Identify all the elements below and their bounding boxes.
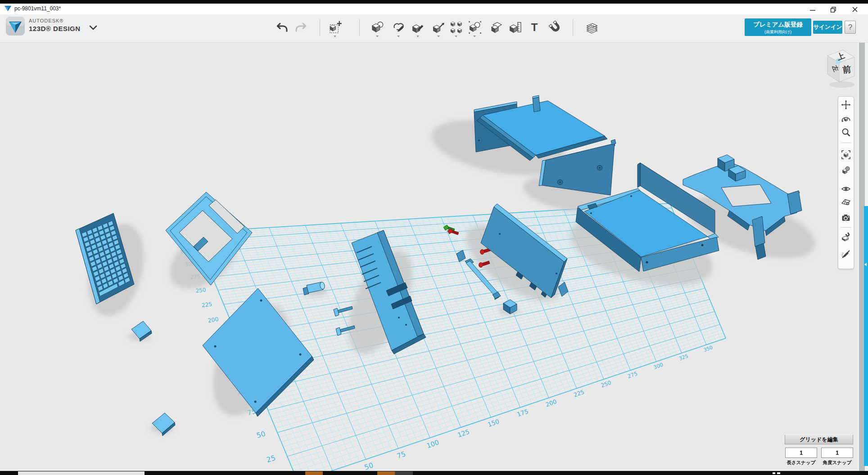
collapsed-panel-tab[interactable]: [864, 206, 868, 466]
dropdown-caret-icon: [334, 36, 336, 37]
view-cube-front-label: 前: [842, 64, 851, 75]
zoom-tool[interactable]: [841, 127, 851, 137]
transform-move-tool[interactable]: [329, 21, 342, 34]
signin-button[interactable]: サインイン: [813, 21, 842, 34]
material-appearance-tool[interactable]: [841, 166, 851, 175]
dropdown-caret-icon: [437, 36, 440, 37]
screenshot-tool[interactable]: [841, 213, 851, 223]
part-small-plate-b[interactable]: [152, 413, 175, 436]
minimize-button[interactable]: [806, 6, 819, 13]
pattern-tool[interactable]: [450, 21, 463, 34]
zoom-to-fit-tool[interactable]: [841, 150, 851, 160]
svg-text:225: 225: [201, 301, 212, 309]
measure-tool[interactable]: [509, 21, 522, 34]
close-icon[interactable]: [848, 6, 862, 13]
length-snap-input[interactable]: [785, 448, 817, 458]
length-snap-label: 長さスナップ: [785, 460, 817, 466]
svg-text:175: 175: [516, 408, 529, 418]
brand-autodesk: AUTODESK®: [29, 18, 81, 23]
premium-register-label: プレミアム版登録: [745, 21, 811, 29]
toolbar-separator: [359, 19, 360, 36]
taskbar: [0, 471, 868, 475]
toolbar-separator: [841, 143, 851, 143]
svg-text:250: 250: [600, 380, 612, 389]
premium-register-sublabel: (商業利用向け): [745, 29, 811, 35]
dropdown-caret-icon: [416, 36, 419, 37]
svg-text:250: 250: [195, 287, 206, 294]
orbit-tool[interactable]: [841, 114, 851, 124]
taskbar-item[interactable]: [18, 471, 145, 475]
3d-viewport[interactable]: 2550751001251501752002252502753003253502…: [0, 43, 858, 471]
svg-text:100: 100: [425, 438, 440, 449]
snap-to-object-tool[interactable]: [841, 232, 851, 242]
screen-top-edge: [0, 0, 868, 4]
toolbar-separator: [573, 19, 573, 36]
brand-text: AUTODESK® 123D® DESIGN: [29, 18, 81, 32]
hide-show-tool[interactable]: [841, 184, 851, 194]
snap-magnet-tool[interactable]: [549, 21, 562, 34]
svg-text:275: 275: [627, 370, 638, 380]
primitives-tool[interactable]: [371, 21, 384, 34]
material-tool[interactable]: [585, 21, 599, 34]
app-menu-chevron-icon[interactable]: [89, 24, 97, 31]
part-pcb-plate[interactable]: [457, 250, 466, 262]
svg-text:325: 325: [678, 353, 689, 362]
view-toolbar: [838, 96, 854, 269]
combine-tool[interactable]: [489, 21, 503, 34]
window-title: pc-9801vm11_003*: [14, 5, 61, 12]
dropdown-caret-icon: [455, 36, 457, 37]
taskbar-item[interactable]: [395, 471, 413, 475]
taskbar-indicator-mark: [777, 472, 780, 474]
svg-text:150: 150: [487, 417, 500, 428]
svg-text:25: 25: [265, 453, 276, 464]
taskbar-item[interactable]: [377, 471, 395, 475]
restore-button[interactable]: [827, 6, 840, 13]
main-toolbar: AUTODESK® 123D® DESIGN: [0, 14, 868, 43]
pan-tool[interactable]: [841, 100, 851, 110]
modify-tool[interactable]: [432, 21, 446, 34]
view-cube[interactable]: 上 前 左: [818, 44, 860, 89]
text-tool[interactable]: T: [528, 21, 541, 34]
toolbar-separator: [320, 19, 320, 36]
angle-snap-label: 角度スナップ: [821, 460, 853, 466]
toolbar-separator: [841, 227, 851, 228]
sketch-visibility-tool[interactable]: [841, 249, 851, 259]
taskbar-indicator-mark: [773, 472, 775, 474]
app-logo-icon: [4, 5, 12, 14]
undo-button[interactable]: [276, 21, 289, 34]
svg-text:50: 50: [363, 461, 375, 471]
svg-text:50: 50: [256, 430, 267, 440]
construct-tool[interactable]: [411, 21, 425, 34]
sketch-tool[interactable]: [392, 21, 406, 34]
angle-snap-input[interactable]: [821, 448, 853, 458]
brand-product: 123D® DESIGN: [29, 25, 81, 32]
titlebar: pc-9801vm11_003*: [0, 4, 868, 14]
dropdown-caret-icon: [397, 36, 400, 37]
help-button[interactable]: ?: [845, 21, 856, 34]
premium-register-button[interactable]: プレミアム版登録 (商業利用向け): [745, 18, 811, 36]
group-tool[interactable]: [468, 21, 482, 34]
dropdown-caret-icon: [376, 36, 379, 37]
svg-text:125: 125: [457, 428, 470, 439]
svg-text:200: 200: [207, 316, 219, 324]
svg-text:T: T: [531, 21, 538, 33]
123d-logo-icon: [5, 16, 25, 36]
svg-text:225: 225: [573, 389, 585, 399]
redo-button[interactable]: [294, 21, 307, 34]
svg-text:75: 75: [396, 450, 407, 460]
dropdown-caret-icon: [473, 36, 476, 37]
taskbar-item[interactable]: [305, 471, 323, 475]
svg-text:200: 200: [545, 398, 557, 408]
grid-edit-button[interactable]: グリッドを編集: [785, 435, 853, 444]
grid-visibility-tool[interactable]: [841, 197, 851, 207]
panel-expand-arrow-icon[interactable]: [864, 263, 867, 266]
